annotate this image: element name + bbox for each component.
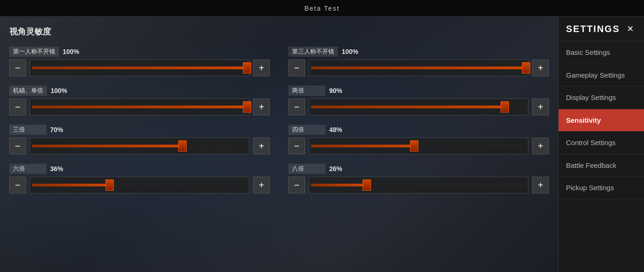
slider-row-eight-scope: − + [288, 177, 549, 193]
slider-thumb-eight-scope[interactable] [363, 179, 371, 191]
sidebar-header: SETTINGS ✕ [559, 17, 644, 41]
slider-thumb-triple-scope[interactable] [178, 140, 187, 152]
slider-minus-iron-sight-single[interactable]: − [9, 99, 26, 115]
slider-minus-six-scope[interactable]: − [9, 177, 26, 193]
slider-track-container-third-person-no-scope[interactable] [309, 60, 528, 76]
slider-row-six-scope: − + [9, 177, 270, 193]
slider-fill-double-scope [311, 106, 505, 108]
slider-minus-double-scope[interactable]: − [288, 99, 305, 115]
slider-row-third-person-no-scope: − + [288, 60, 549, 76]
slider-minus-first-person-no-scope[interactable]: − [9, 60, 26, 76]
slider-value-triple-scope: 70% [50, 126, 63, 133]
slider-label-first-person-no-scope: 第一人称不开镜 [9, 46, 59, 57]
slider-track-quad-scope [311, 145, 526, 147]
slider-track-container-first-person-no-scope[interactable] [30, 60, 249, 76]
slider-plus-double-scope[interactable]: + [532, 99, 549, 115]
content-area: 视角灵敏度 第一人称不开镜 100% − + 第三人称不开镜 [0, 17, 558, 272]
slider-label-third-person-no-scope: 第三人称不开镜 [288, 46, 338, 57]
top-bar: Beta Test [0, 0, 644, 17]
slider-label-quad-scope: 四倍 [288, 125, 325, 135]
slider-track-eight-scope [311, 184, 526, 186]
slider-plus-first-person-no-scope[interactable]: + [253, 60, 270, 76]
slider-minus-eight-scope[interactable]: − [288, 177, 305, 193]
slider-row-iron-sight-single: − + [9, 99, 270, 115]
slider-fill-first-person-no-scope [32, 66, 247, 69]
slider-plus-eight-scope[interactable]: + [532, 177, 549, 193]
slider-thumb-six-scope[interactable] [105, 179, 114, 191]
slider-label-row: 三倍 70% [9, 125, 270, 135]
slider-value-double-scope: 90% [329, 87, 342, 94]
slider-label-row: 第三人称不开镜 100% [288, 46, 549, 57]
top-bar-title: Beta Test [304, 5, 339, 12]
slider-track-container-double-scope[interactable] [309, 99, 528, 115]
slider-group-double-scope: 两倍 90% − + [288, 86, 549, 115]
slider-label-row: 四倍 48% [288, 125, 549, 135]
slider-label-eight-scope: 八倍 [288, 164, 325, 174]
slider-track-container-eight-scope[interactable] [309, 177, 528, 193]
slider-label-iron-sight-single: 机瞄、单倍 [9, 86, 47, 96]
slider-track-first-person-no-scope [32, 66, 247, 69]
slider-label-row: 六倍 36% [9, 164, 270, 174]
slider-track-double-scope [311, 106, 526, 108]
slider-plus-iron-sight-single[interactable]: + [253, 99, 270, 115]
slider-thumb-double-scope[interactable] [501, 101, 509, 113]
sidebar-item-battle-feedback[interactable]: Battle Feedback [559, 154, 644, 177]
sidebar-item-pickup-settings[interactable]: Pickup Settings [559, 177, 644, 199]
slider-group-third-person-no-scope: 第三人称不开镜 100% − + [288, 46, 549, 76]
slider-value-quad-scope: 48% [329, 126, 342, 133]
slider-thumb-first-person-no-scope[interactable] [243, 62, 251, 73]
slider-label-double-scope: 两倍 [288, 86, 325, 96]
slider-track-container-iron-sight-single[interactable] [30, 99, 249, 115]
slider-fill-iron-sight-single [32, 106, 247, 108]
slider-plus-six-scope[interactable]: + [253, 177, 270, 193]
slider-value-eight-scope: 26% [329, 165, 342, 172]
slider-plus-triple-scope[interactable]: + [253, 138, 270, 154]
slider-fill-quad-scope [311, 145, 414, 147]
slider-label-row: 第一人称不开镜 100% [9, 46, 270, 57]
slider-value-iron-sight-single: 100% [51, 87, 67, 94]
slider-row-triple-scope: − + [9, 138, 270, 154]
slider-track-iron-sight-single [32, 106, 247, 108]
sliders-grid: 第一人称不开镜 100% − + 第三人称不开镜 100% − [9, 46, 549, 193]
slider-plus-third-person-no-scope[interactable]: + [532, 60, 549, 76]
slider-minus-quad-scope[interactable]: − [288, 138, 305, 154]
slider-fill-third-person-no-scope [311, 66, 526, 69]
slider-group-triple-scope: 三倍 70% − + [9, 125, 270, 154]
slider-minus-triple-scope[interactable]: − [9, 138, 26, 154]
sidebar-nav: Basic SettingsGameplay SettingsDisplay S… [559, 41, 644, 199]
close-button[interactable]: ✕ [624, 22, 637, 35]
slider-group-six-scope: 六倍 36% − + [9, 164, 270, 193]
slider-minus-third-person-no-scope[interactable]: − [288, 60, 305, 76]
slider-label-triple-scope: 三倍 [9, 125, 46, 135]
sidebar: SETTINGS ✕ Basic SettingsGameplay Settin… [558, 17, 644, 272]
slider-row-first-person-no-scope: − + [9, 60, 270, 76]
slider-thumb-quad-scope[interactable] [410, 140, 418, 152]
slider-fill-eight-scope [311, 184, 367, 186]
slider-track-container-six-scope[interactable] [30, 177, 249, 193]
slider-row-quad-scope: − + [288, 138, 549, 154]
slider-track-container-quad-scope[interactable] [309, 138, 528, 154]
section-title: 视角灵敏度 [9, 24, 549, 39]
slider-row-double-scope: − + [288, 99, 549, 115]
slider-label-row: 八倍 26% [288, 164, 549, 174]
slider-plus-quad-scope[interactable]: + [532, 138, 549, 154]
slider-label-row: 两倍 90% [288, 86, 549, 96]
slider-track-triple-scope [32, 145, 247, 147]
slider-group-first-person-no-scope: 第一人称不开镜 100% − + [9, 46, 270, 76]
slider-fill-six-scope [32, 184, 110, 186]
main-container: 视角灵敏度 第一人称不开镜 100% − + 第三人称不开镜 [0, 17, 644, 272]
slider-fill-triple-scope [32, 145, 182, 147]
sidebar-item-sensitivity[interactable]: Sensitivity [559, 109, 644, 132]
slider-thumb-third-person-no-scope[interactable] [522, 62, 530, 73]
slider-value-first-person-no-scope: 100% [63, 48, 79, 55]
sidebar-item-basic-settings[interactable]: Basic Settings [559, 41, 644, 64]
slider-group-eight-scope: 八倍 26% − + [288, 164, 549, 193]
sidebar-item-gameplay-settings[interactable]: Gameplay Settings [559, 64, 644, 87]
slider-track-six-scope [32, 184, 247, 186]
sidebar-item-display-settings[interactable]: Display Settings [559, 86, 644, 109]
slider-value-six-scope: 36% [50, 165, 63, 172]
slider-track-container-triple-scope[interactable] [30, 138, 249, 154]
slider-thumb-iron-sight-single[interactable] [243, 101, 251, 113]
sidebar-item-control-settings[interactable]: Control Settings [559, 132, 644, 154]
sidebar-title: SETTINGS [566, 24, 620, 34]
